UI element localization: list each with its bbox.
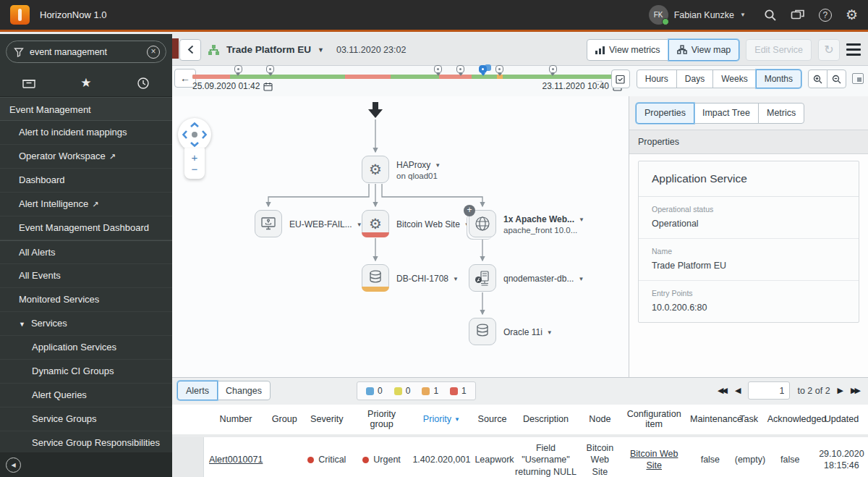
range-weeks-button[interactable]: Weeks	[712, 69, 756, 88]
alert-number-link[interactable]: Alert0010071	[209, 455, 263, 465]
timeline-marker-current[interactable]	[479, 65, 487, 73]
sidebar-item-all-alerts[interactable]: All Alerts	[0, 240, 172, 264]
tab-changes[interactable]: Changes	[217, 381, 271, 400]
tab-history[interactable]	[115, 69, 172, 96]
chat-icon[interactable]	[791, 9, 805, 22]
user-menu[interactable]: FK Fabian Kunzke ▼	[649, 5, 746, 25]
tab-alerts[interactable]: Alerts	[177, 381, 218, 400]
clear-search-icon[interactable]: ×	[147, 46, 160, 59]
sidebar-item-all-events[interactable]: All Events	[0, 264, 172, 288]
timeline-marker[interactable]	[434, 65, 442, 73]
sidebar-item-monitored-services[interactable]: Monitored Services	[0, 288, 172, 312]
configuration-item-link[interactable]: Bitcoin Web Site	[630, 449, 678, 470]
node-bitcoin-web-site[interactable]: ⚙	[362, 210, 389, 237]
chevron-down-icon[interactable]: ▼	[547, 329, 553, 336]
sidebar-item-services[interactable]: ▼Services	[0, 312, 172, 336]
dock-panel-icon[interactable]	[852, 73, 864, 84]
map-pan-control[interactable]	[178, 118, 211, 151]
search-icon[interactable]	[764, 9, 777, 22]
timeline-marker[interactable]	[549, 65, 557, 73]
timeline-marker[interactable]	[456, 65, 464, 73]
chevron-down-icon[interactable]: ▼	[453, 276, 459, 282]
prev-page-button[interactable]: ◀	[735, 386, 741, 395]
sidebar-item-application-services[interactable]: Application Services	[0, 336, 172, 360]
column-description[interactable]: Description	[512, 405, 580, 436]
timeline-marker[interactable]	[495, 65, 503, 73]
chevron-down-icon[interactable]: ▼	[740, 12, 746, 18]
status-bar-warning	[362, 287, 389, 292]
column-priority-group[interactable]: Priority group	[353, 405, 411, 436]
menu-section-header[interactable]: Event Management	[0, 97, 172, 121]
edit-service-button[interactable]: Edit Service	[746, 39, 812, 61]
search-input[interactable]	[30, 47, 147, 57]
view-map-button[interactable]: View map	[668, 39, 740, 61]
row-selector[interactable]	[172, 436, 203, 477]
select-date-button[interactable]	[611, 69, 630, 88]
context-menu-icon[interactable]	[846, 43, 861, 56]
zoom-out-button[interactable]: −	[192, 164, 198, 174]
application-menu: Event Management Alert to incident mappi…	[0, 97, 172, 455]
zoom-in-button[interactable]: +	[192, 153, 198, 163]
range-hours-button[interactable]: Hours	[637, 69, 677, 88]
node-db-chi-1708[interactable]	[362, 264, 389, 292]
filter-navigator-search[interactable]: ×	[6, 41, 166, 63]
column-number[interactable]: Number	[203, 405, 268, 436]
column-severity[interactable]: Severity	[301, 405, 353, 436]
sidebar-item-event-management-dashboard[interactable]: Event Management Dashboard	[0, 216, 172, 240]
edge-tab[interactable]	[172, 38, 179, 59]
expand-group-icon[interactable]: +	[464, 205, 475, 216]
last-page-button[interactable]: ▶▶	[851, 386, 859, 395]
help-icon[interactable]: ?	[819, 9, 832, 22]
node-oracle-11i[interactable]	[469, 318, 496, 345]
service-title-caret-icon[interactable]: ▼	[318, 46, 324, 54]
avatar[interactable]: FK	[649, 5, 668, 25]
service-header: Trade Platform EU ▼ 03.11.2020 23:02 Vie…	[172, 34, 868, 66]
timeline-marker[interactable]	[234, 65, 242, 73]
node-apache-group[interactable]: +	[469, 210, 496, 237]
sidebar-item-dynamic-ci-groups[interactable]: Dynamic CI Groups	[0, 360, 172, 384]
pagination: ◀◀ ◀ to 2 of 2 ▶ ▶▶	[718, 381, 861, 400]
timeline-markers	[192, 65, 622, 77]
column-group[interactable]: Group	[268, 405, 301, 436]
tab-favorites[interactable]: ★	[57, 69, 114, 96]
sidebar-item-alert-queries[interactable]: Alert Queries	[0, 384, 172, 408]
sidebar-item-dashboard[interactable]: Dashboard	[0, 169, 172, 193]
node-eu-web-fail[interactable]	[255, 210, 282, 237]
tab-properties[interactable]: Properties	[636, 103, 694, 124]
sidebar-item-operator-workspace[interactable]: Operator Workspace↗	[0, 145, 172, 169]
node-haproxy[interactable]: ⚙	[362, 156, 389, 183]
chevron-down-icon[interactable]: ▼	[435, 162, 441, 169]
chevron-down-icon[interactable]: ▼	[578, 276, 584, 282]
gear-icon[interactable]: ⚙	[846, 8, 858, 22]
severity-warning-swatch	[394, 387, 402, 395]
topology-map[interactable]: + − ⚙ HAProxy▼ on qload01 EU-WEB-FAIL...…	[172, 96, 629, 377]
back-button[interactable]	[179, 39, 201, 61]
chevron-down-icon[interactable]: ▼	[579, 216, 584, 223]
tab-impact-tree[interactable]: Impact Tree	[694, 103, 759, 124]
first-page-button[interactable]: ◀◀	[718, 386, 726, 395]
column-node[interactable]: Node	[579, 405, 620, 436]
sidebar-item-alert-intelligence[interactable]: Alert Intelligence↗	[0, 193, 172, 216]
column-acknowledged[interactable]: Acknowledged	[765, 405, 815, 436]
tab-metrics[interactable]: Metrics	[758, 103, 804, 124]
sidebar-item-service-groups[interactable]: Service Groups	[0, 408, 172, 431]
collapse-sidebar-icon[interactable]: ◀	[6, 457, 21, 473]
column-configuration-item[interactable]: Configuration item	[620, 405, 688, 436]
timeline-forward-icon[interactable]: →	[594, 73, 605, 85]
zoom-in-button[interactable]	[808, 69, 827, 88]
view-metrics-button[interactable]: View metrics	[587, 39, 669, 61]
node-qnodemaster-db[interactable]	[469, 264, 496, 292]
page-input[interactable]	[748, 381, 790, 400]
tab-all-applications[interactable]	[0, 69, 57, 96]
zoom-out-button[interactable]	[827, 69, 846, 88]
column-source[interactable]: Source	[472, 405, 511, 436]
refresh-button[interactable]: ↻	[818, 39, 840, 61]
column-maintenance[interactable]: Maintenance	[688, 405, 733, 436]
column-priority[interactable]: Priority▼	[410, 405, 472, 436]
timeline-marker[interactable]	[266, 65, 274, 73]
timeline-start-date: 25.09.2020 01:42	[192, 81, 273, 91]
next-page-button[interactable]: ▶	[838, 386, 843, 395]
sidebar-item-alert-to-incident-mappings[interactable]: Alert to incident mappings	[0, 121, 172, 145]
range-months-button[interactable]: Months	[756, 69, 801, 88]
range-days-button[interactable]: Days	[676, 69, 713, 88]
